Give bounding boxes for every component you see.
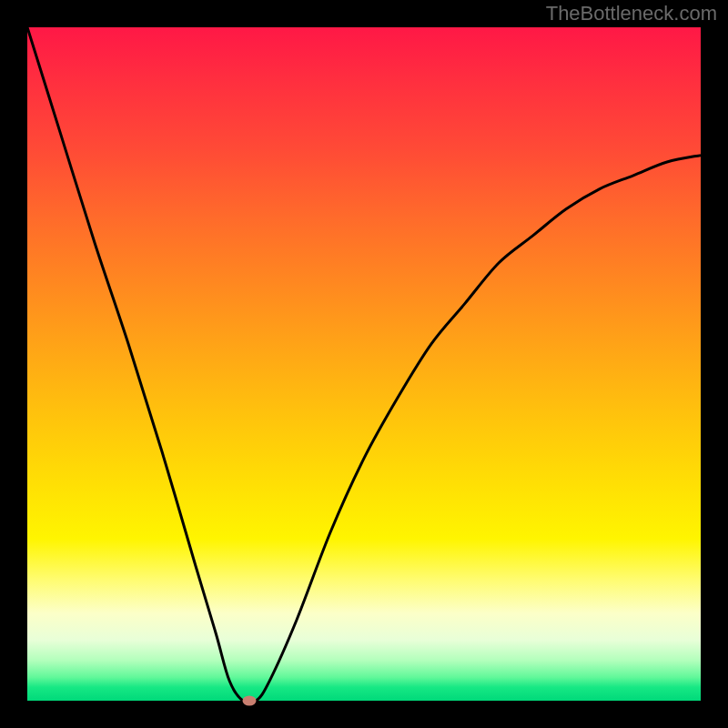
chart-plot-area bbox=[27, 27, 701, 701]
optimal-point-marker bbox=[243, 696, 257, 706]
bottleneck-curve bbox=[27, 27, 701, 701]
watermark-text: TheBottleneck.com bbox=[546, 2, 717, 25]
